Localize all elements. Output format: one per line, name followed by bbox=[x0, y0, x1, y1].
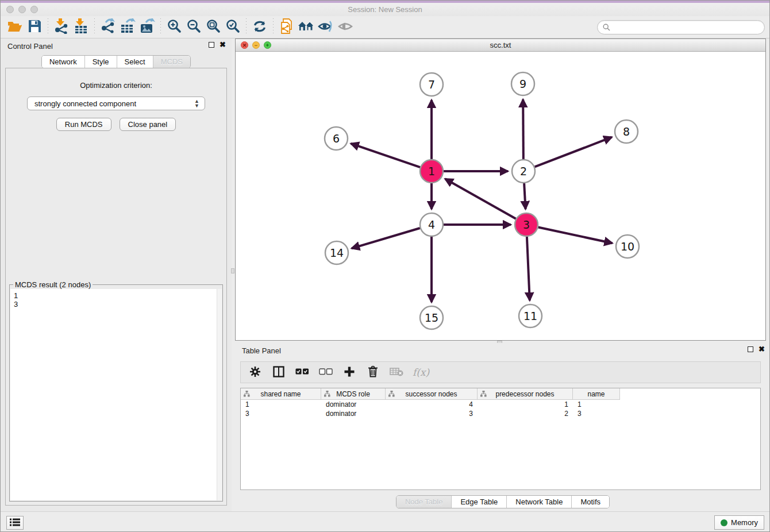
show-all-button[interactable] bbox=[297, 18, 316, 36]
apply-layout-button[interactable] bbox=[250, 18, 270, 36]
search-field[interactable] bbox=[597, 20, 765, 34]
node-table[interactable]: shared nameMCDS rolesuccessor nodesprede… bbox=[240, 388, 761, 490]
node-label: 1 bbox=[428, 165, 435, 178]
table-settings-button[interactable] bbox=[248, 365, 263, 380]
add-column-button[interactable] bbox=[342, 365, 357, 380]
checked-boxes-icon bbox=[295, 368, 309, 377]
edge-2-9[interactable] bbox=[523, 99, 523, 159]
export-network-icon bbox=[100, 18, 116, 36]
delete-table-icon bbox=[390, 367, 403, 378]
edge-2-8[interactable] bbox=[535, 137, 612, 167]
graph-node-7[interactable]: 7 bbox=[420, 73, 443, 96]
vertical-splitter-handle[interactable] bbox=[231, 268, 234, 273]
tab-mcds[interactable]: MCDS bbox=[153, 56, 190, 68]
graph-node-2[interactable]: 2 bbox=[512, 160, 535, 183]
graph-node-3[interactable]: 3 bbox=[515, 213, 538, 236]
table-cell[interactable]: 1 bbox=[573, 400, 620, 408]
search-input[interactable] bbox=[613, 23, 759, 31]
graph-node-11[interactable]: 11 bbox=[519, 304, 542, 327]
table-cell[interactable]: 1 bbox=[241, 400, 321, 408]
node-label: 2 bbox=[520, 165, 527, 178]
mcds-result-text[interactable]: 1 3 bbox=[10, 289, 222, 500]
table-cell[interactable]: 2 bbox=[478, 410, 573, 418]
table-cell[interactable]: dominator bbox=[321, 410, 386, 418]
clone-network-button[interactable] bbox=[277, 18, 297, 36]
main-toolbar bbox=[1, 16, 769, 38]
import-network-button[interactable] bbox=[52, 18, 71, 36]
node-label: 4 bbox=[428, 218, 435, 231]
tab-motifs[interactable]: Motifs bbox=[572, 496, 609, 508]
result-scrollbar[interactable] bbox=[217, 289, 222, 500]
optimization-criterion-dropdown[interactable]: strongly connected component ▲▼ bbox=[27, 97, 205, 110]
refresh-icon bbox=[252, 20, 267, 35]
column-header-successor-nodes[interactable]: successor nodes bbox=[386, 388, 478, 400]
save-session-button[interactable] bbox=[25, 18, 44, 36]
table-cell[interactable]: dominator bbox=[321, 400, 386, 408]
column-header-shared-name[interactable]: shared name bbox=[241, 388, 321, 400]
graph-node-15[interactable]: 15 bbox=[420, 306, 443, 329]
table-row[interactable]: 3dominator323 bbox=[241, 409, 760, 418]
graph-node-1[interactable]: 1 bbox=[420, 160, 443, 183]
edge-3-1[interactable] bbox=[445, 179, 516, 218]
deselect-all-button[interactable] bbox=[318, 365, 333, 380]
column-layout-button[interactable] bbox=[271, 365, 286, 380]
node-label: 15 bbox=[425, 311, 438, 324]
table-panel-tabs: Node TableEdge TableNetwork TableMotifs bbox=[396, 495, 610, 508]
network-graph[interactable]: 7968124314101511 bbox=[236, 52, 765, 341]
close-panel-icon[interactable]: ✖ bbox=[220, 42, 226, 48]
table-cell[interactable]: 3 bbox=[386, 410, 478, 418]
network-window-titlebar[interactable]: ✕ − + scc.txt bbox=[236, 39, 765, 52]
close-panel-button[interactable]: Close panel bbox=[120, 118, 176, 131]
export-table-button[interactable] bbox=[118, 18, 137, 36]
plus-icon bbox=[344, 366, 355, 379]
graph-node-9[interactable]: 9 bbox=[511, 72, 534, 95]
table-cell[interactable]: 3 bbox=[241, 410, 321, 418]
graph-node-10[interactable]: 10 bbox=[616, 235, 639, 258]
column-header-name[interactable]: name bbox=[573, 388, 620, 400]
hide-selected-button[interactable] bbox=[316, 18, 336, 36]
graph-node-8[interactable]: 8 bbox=[615, 120, 638, 143]
graph-node-14[interactable]: 14 bbox=[325, 241, 348, 264]
tab-node-table[interactable]: Node Table bbox=[396, 496, 452, 508]
network-canvas[interactable]: 7968124314101511 bbox=[236, 52, 765, 340]
select-all-button[interactable] bbox=[295, 365, 310, 380]
edge-3-10[interactable] bbox=[538, 227, 613, 243]
column-header-MCDS-role[interactable]: MCDS role bbox=[321, 388, 386, 400]
edge-1-6[interactable] bbox=[351, 144, 421, 167]
memory-button[interactable]: Memory bbox=[714, 515, 764, 530]
edge-4-14[interactable] bbox=[352, 228, 420, 248]
control-panel-tabs: NetworkStyleSelectMCDS bbox=[41, 55, 191, 68]
tab-edge-table[interactable]: Edge Table bbox=[452, 496, 507, 508]
table-cell[interactable]: 1 bbox=[478, 400, 573, 408]
zoom-fit-button[interactable] bbox=[203, 18, 223, 36]
tab-network-table[interactable]: Network Table bbox=[507, 496, 572, 508]
export-image-button[interactable] bbox=[137, 18, 157, 36]
save-icon bbox=[28, 20, 41, 34]
open-file-button[interactable] bbox=[5, 18, 25, 36]
table-cell[interactable]: 4 bbox=[386, 400, 478, 408]
zoom-selected-button[interactable] bbox=[223, 18, 242, 36]
graph-node-6[interactable]: 6 bbox=[325, 127, 348, 150]
table-cell[interactable]: 3 bbox=[573, 410, 620, 418]
edge-2-3[interactable] bbox=[524, 183, 525, 209]
run-mcds-button[interactable]: Run MCDS bbox=[56, 118, 111, 131]
graph-node-4[interactable]: 4 bbox=[420, 213, 443, 236]
zoom-in-button[interactable] bbox=[164, 18, 184, 36]
tab-style[interactable]: Style bbox=[85, 56, 117, 68]
delete-column-button[interactable] bbox=[365, 365, 380, 380]
dropdown-value: strongly connected component bbox=[34, 99, 136, 108]
table-row[interactable]: 1dominator411 bbox=[241, 400, 760, 409]
import-table-button[interactable] bbox=[71, 18, 91, 36]
edge-3-11[interactable] bbox=[527, 237, 530, 300]
float-panel-icon[interactable] bbox=[209, 42, 214, 48]
export-network-button[interactable] bbox=[98, 18, 118, 36]
zoom-in-icon bbox=[167, 19, 182, 35]
toolbar-separator bbox=[94, 18, 95, 36]
column-header-predecessor-nodes[interactable]: predecessor nodes bbox=[478, 388, 573, 400]
task-history-button[interactable] bbox=[6, 516, 24, 530]
close-table-panel-icon[interactable]: ✖ bbox=[759, 346, 765, 352]
tab-select[interactable]: Select bbox=[117, 56, 153, 68]
tab-network[interactable]: Network bbox=[42, 56, 85, 68]
zoom-out-button[interactable] bbox=[184, 18, 203, 36]
float-table-panel-icon[interactable] bbox=[748, 346, 753, 352]
